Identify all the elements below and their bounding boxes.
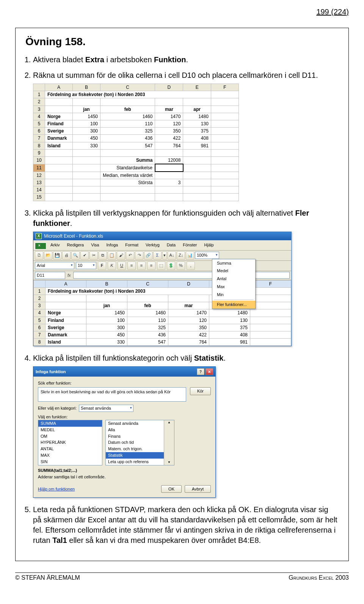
cell[interactable]: 408 [209,331,250,338]
menu-item[interactable]: Visa [88,241,102,249]
cell[interactable]: 350 [155,128,183,135]
cell[interactable]: mar [155,106,183,113]
cell[interactable]: Norge [46,309,86,317]
sort-desc-icon[interactable]: Z↓ [177,251,185,260]
col-header[interactable]: C [100,84,155,91]
spell-icon[interactable]: ✔ [80,251,89,260]
menu-item[interactable]: Hjälp [201,241,217,249]
cell[interactable] [211,142,238,149]
cell[interactable]: feb [127,302,168,309]
cell[interactable]: Median, mellersta värdet [100,172,155,179]
row-header[interactable]: 12 [33,172,45,179]
cell[interactable]: 436 [100,135,155,142]
cell[interactable]: 1460 [100,113,155,120]
cell[interactable] [211,106,238,113]
cell[interactable]: 764 [155,142,183,149]
cell[interactable] [183,172,211,179]
cancel-button[interactable]: Avbryt [185,485,211,493]
cell[interactable]: 1470 [168,309,209,317]
hyperlink-icon[interactable]: 🔗 [144,251,152,260]
cell[interactable]: 436 [127,331,168,338]
cell[interactable]: 110 [127,317,168,324]
cell[interactable] [127,295,168,302]
cell[interactable] [183,98,211,106]
cell[interactable]: 330 [86,339,127,346]
list-item[interactable]: SIN [38,459,102,465]
menu-item[interactable]: Data [164,241,179,249]
menu-item[interactable]: Max [212,283,255,291]
cell[interactable] [250,295,291,302]
row-header[interactable]: 6 [34,324,46,331]
cell[interactable]: 325 [127,324,168,331]
cell[interactable] [73,149,100,156]
format-painter-icon[interactable]: 🖌 [117,251,125,260]
row-header[interactable]: 8 [34,339,46,346]
row-header[interactable]: 10 [33,156,45,164]
row-header[interactable]: 11 [33,164,45,172]
cell[interactable]: 1450 [73,113,100,120]
cell[interactable]: 120 [155,120,183,127]
align-right-icon[interactable]: ≡ [147,262,155,270]
cell[interactable]: Finland [46,317,86,324]
row-header[interactable]: 1 [33,91,45,98]
preview-icon[interactable]: 🔍 [71,251,80,260]
autosum-dropdown-icon[interactable]: ▾ [162,251,167,260]
ok-button[interactable]: OK [161,485,182,493]
col-header[interactable]: B [73,84,100,91]
search-input[interactable]: Skriv in en kort beskrivning av vad du v… [38,387,186,402]
cell[interactable] [45,98,73,106]
cell[interactable] [211,128,238,135]
scroll-up-icon[interactable]: ▲ [168,421,171,425]
cell[interactable] [211,91,238,98]
cell[interactable] [250,287,291,295]
cell[interactable]: Sverige [45,128,73,135]
cell[interactable] [73,194,100,201]
cell[interactable]: Island [45,142,73,149]
align-center-icon[interactable]: ≡ [137,262,146,270]
cell[interactable] [183,149,211,156]
category-dropdown[interactable]: Senast använda [79,405,133,412]
row-header[interactable]: 8 [33,142,45,149]
close-button[interactable]: ✕ [206,368,213,375]
cut-icon[interactable]: ✂ [89,251,98,260]
autosum-icon[interactable]: Σ [153,251,162,260]
cell[interactable]: Sverige [46,324,86,331]
cell[interactable] [211,164,238,172]
list-item[interactable]: HYPERLÄNK [38,439,102,446]
chart-icon[interactable]: 📊 [186,251,194,260]
list-item[interactable]: ANTAL [38,446,102,452]
list-item[interactable]: SUMMA [38,420,102,427]
cell[interactable]: 422 [155,135,183,142]
paste-icon[interactable]: 📋 [108,251,116,260]
sort-asc-icon[interactable]: A↓ [168,251,176,260]
cell[interactable]: Summa [100,156,155,164]
row-header[interactable]: 2 [34,295,46,302]
cell[interactable] [211,149,238,156]
row-header[interactable]: 5 [34,317,46,324]
row-header[interactable]: 3 [34,302,46,309]
cell[interactable]: 375 [183,128,211,135]
doc-icon[interactable]: X [35,243,46,249]
menu-item[interactable]: Verktyg [143,241,163,249]
col-header[interactable]: F [250,280,291,287]
cell[interactable] [183,179,211,186]
new-icon[interactable]: 🗋 [35,251,43,260]
cell[interactable] [46,295,86,302]
cell[interactable]: Största [100,179,155,186]
col-header[interactable]: F [211,84,238,91]
comma-icon[interactable]: , [187,262,195,270]
cell[interactable] [100,194,155,201]
menu-item-more-functions[interactable]: Fler funktioner... [212,301,255,309]
cell[interactable] [250,324,291,331]
cell[interactable]: 981 [183,142,211,149]
cell[interactable]: 1480 [183,113,211,120]
cell[interactable]: 450 [73,135,100,142]
cell[interactable]: 300 [73,128,100,135]
cell[interactable]: 130 [209,317,250,324]
cell[interactable] [211,186,238,194]
col-header[interactable]: E [183,84,211,91]
row-header[interactable]: 7 [33,135,45,142]
menu-item[interactable]: Antal [212,275,255,283]
cell[interactable] [73,156,100,164]
menu-item[interactable]: Summa [212,259,255,267]
